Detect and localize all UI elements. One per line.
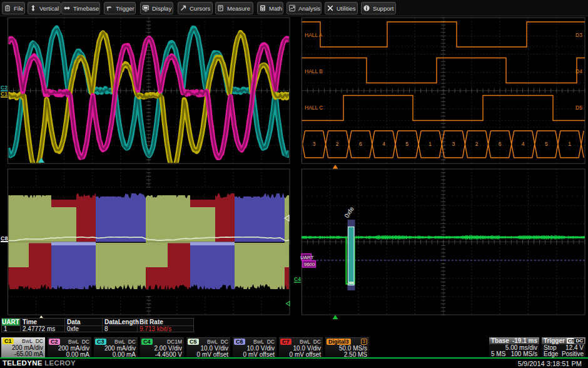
svg-text:4: 4 (382, 141, 385, 147)
svg-text:C4: C4 (294, 276, 301, 282)
svg-text:UART: UART (300, 255, 314, 260)
svg-text:C2: C2 (1, 84, 8, 91)
svg-text:6: 6 (359, 141, 362, 147)
svg-text:3: 3 (452, 141, 455, 147)
svg-text:4: 4 (522, 141, 525, 147)
svg-text:C1: C1 (1, 91, 8, 97)
svg-text:D5: D5 (575, 105, 582, 111)
svg-text:0xfe: 0xfe (343, 205, 355, 219)
svg-text:6: 6 (499, 141, 502, 147)
svg-text:2: 2 (336, 141, 339, 147)
svg-text:HALL B: HALL B (305, 68, 323, 74)
svg-text:1: 1 (568, 141, 571, 147)
svg-text:2: 2 (475, 141, 479, 147)
svg-text:5: 5 (405, 141, 408, 147)
svg-text:D3: D3 (575, 32, 582, 38)
svg-text:5: 5 (545, 141, 548, 147)
svg-text:HALL A: HALL A (305, 32, 323, 38)
svg-text:9600: 9600 (304, 262, 315, 267)
svg-text:C8: C8 (1, 235, 8, 242)
svg-text:1: 1 (428, 141, 432, 147)
svg-text:HALL C: HALL C (305, 105, 323, 111)
svg-text:3: 3 (313, 141, 316, 147)
svg-text:D4: D4 (575, 68, 582, 74)
